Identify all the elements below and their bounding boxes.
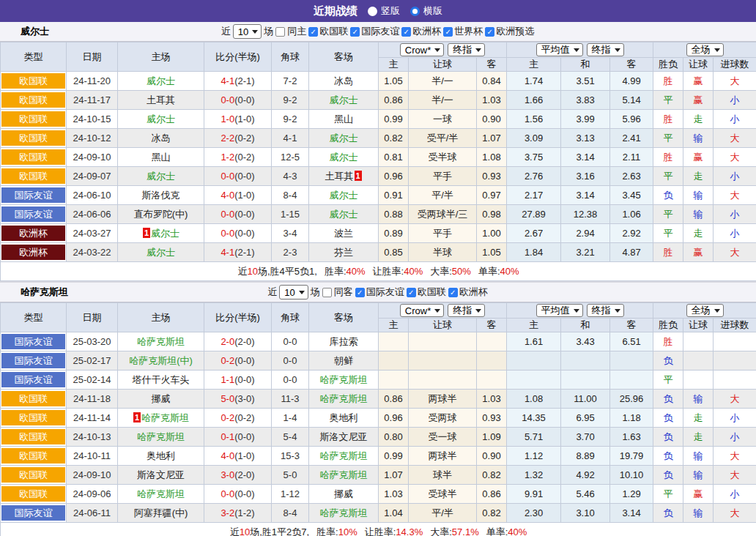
- corners: 4-3: [272, 167, 309, 186]
- result-goals: 大: [714, 129, 756, 148]
- home-team[interactable]: 斯洛伐克: [118, 186, 204, 205]
- average-select[interactable]: 平均值: [536, 43, 583, 56]
- match-row: 欧国联 24-09-07 威尔士 0-0(0-0) 4-3 土耳其1 0.96 …: [1, 167, 756, 186]
- home-team[interactable]: 冰岛: [118, 129, 204, 148]
- home-team[interactable]: 挪威: [118, 390, 204, 409]
- avg-away-odds: [610, 351, 653, 371]
- match-date: 25-02-17: [67, 351, 118, 371]
- match-count-value: 10: [284, 287, 294, 298]
- avg-draw-odds: 12.38: [561, 205, 610, 224]
- league-checkbox[interactable]: [308, 27, 318, 37]
- home-team[interactable]: 1哈萨克斯坦: [118, 409, 204, 428]
- summary-stat-label: 让胜率:: [373, 266, 404, 277]
- crown-away-odds: [477, 351, 507, 371]
- match-count-select[interactable]: 10: [233, 24, 262, 39]
- away-team[interactable]: 波兰: [309, 224, 379, 243]
- home-team[interactable]: 威尔士: [118, 167, 204, 186]
- away-team[interactable]: 芬兰: [309, 243, 379, 262]
- team-label: 奥地利: [330, 412, 358, 423]
- away-team[interactable]: 库拉索: [309, 332, 379, 351]
- match-date: 24-11-18: [67, 390, 118, 409]
- bookmaker-select[interactable]: Crow*: [400, 43, 444, 56]
- crown-home-odds: 0.86: [379, 91, 409, 110]
- home-team[interactable]: 黑山: [118, 148, 204, 167]
- avg-draw-odds: 11.00: [561, 390, 610, 409]
- crown-away-odds: 1.03: [477, 91, 507, 110]
- home-team[interactable]: 直布罗陀(中): [118, 205, 204, 224]
- away-team[interactable]: 威尔士: [309, 186, 379, 205]
- handicap-line: 受两球: [409, 409, 477, 428]
- home-team[interactable]: 1威尔士: [118, 224, 204, 243]
- summary-stat-label: 单率:: [486, 526, 508, 536]
- away-team[interactable]: 哈萨克斯坦: [309, 466, 379, 485]
- euro-stage-select[interactable]: 终指: [587, 43, 624, 56]
- away-team[interactable]: 斯洛文尼亚: [309, 428, 379, 447]
- team-label: 土耳其: [147, 94, 175, 105]
- summary-stat-value: 50%: [452, 266, 471, 277]
- away-team[interactable]: 哈萨克斯坦: [309, 371, 379, 390]
- team-label: 哈萨克斯坦: [137, 336, 185, 347]
- home-team[interactable]: 威尔士: [118, 243, 204, 262]
- league-checkbox[interactable]: [355, 288, 365, 297]
- team-section: 哈萨克斯坦 近 10 场 同客 国际友谊 欧国联 欧洲杯 类型: [0, 281, 756, 536]
- league-checkbox[interactable]: [407, 288, 416, 297]
- home-team[interactable]: 威尔士: [118, 72, 204, 91]
- home-team[interactable]: 哈萨克斯坦: [118, 428, 204, 447]
- result-wdl: 负: [653, 351, 683, 371]
- radio-button[interactable]: [368, 7, 377, 16]
- away-team[interactable]: 挪威: [309, 485, 379, 504]
- euro-stage-select[interactable]: 终指: [587, 304, 624, 317]
- home-team[interactable]: 威尔士: [118, 110, 204, 129]
- scope-select[interactable]: 全场: [686, 43, 724, 56]
- bookmaker-select[interactable]: Crow*: [400, 304, 444, 317]
- crown-away-odds: 0.82: [477, 504, 507, 523]
- away-team[interactable]: 哈萨克斯坦: [309, 504, 379, 523]
- match-score: 4-0(1-0): [204, 447, 272, 466]
- subcol-header: 客: [477, 58, 507, 72]
- match-row: 欧国联 24-11-20 威尔士 4-1(2-1) 7-2 冰岛 1.05 半/…: [1, 72, 756, 91]
- home-team[interactable]: 土耳其: [118, 91, 204, 110]
- subcol-header: 进球数: [714, 319, 756, 332]
- league-checkbox[interactable]: [443, 27, 453, 37]
- home-team[interactable]: 哈萨克斯坦: [118, 332, 204, 351]
- away-team[interactable]: 冰岛: [309, 72, 379, 91]
- away-team[interactable]: 威尔士: [309, 205, 379, 224]
- away-team[interactable]: 奥地利: [309, 409, 379, 428]
- same-venue-checkbox[interactable]: [322, 288, 332, 297]
- away-team[interactable]: 哈萨克斯坦: [309, 447, 379, 466]
- away-team[interactable]: 土耳其1: [309, 167, 379, 186]
- league-filter-group: 欧国联 国际友谊 欧洲杯 世界杯 欧洲预选: [308, 25, 535, 38]
- home-team[interactable]: 阿塞拜疆(中): [118, 504, 204, 523]
- home-team[interactable]: 哈萨克斯坦: [118, 485, 204, 504]
- average-select[interactable]: 平均值: [536, 304, 583, 317]
- avg-away-odds: 3.14: [610, 504, 653, 523]
- league-checkbox[interactable]: [448, 288, 458, 297]
- same-venue-checkbox[interactable]: [275, 27, 285, 37]
- away-team[interactable]: 哈萨克斯坦: [309, 390, 379, 409]
- rank-badge: 1: [133, 412, 141, 423]
- league-checkbox[interactable]: [350, 27, 360, 37]
- radio-button[interactable]: [410, 7, 420, 16]
- odds-stage-select[interactable]: 终指: [448, 43, 485, 56]
- home-team[interactable]: 哈萨克斯坦(中): [118, 351, 204, 371]
- result-wdl: 胜: [653, 148, 683, 167]
- result-wdl: 负: [653, 186, 683, 205]
- league-checkbox[interactable]: [485, 27, 494, 37]
- corners: 11-3: [272, 390, 309, 409]
- odds-stage-select[interactable]: 终指: [448, 304, 485, 317]
- match-count-select[interactable]: 10: [279, 285, 308, 299]
- away-team[interactable]: 威尔士: [309, 91, 379, 110]
- home-team[interactable]: 奥地利: [118, 447, 204, 466]
- match-row: 国际友谊 25-02-17 哈萨克斯坦(中) 0-2(0-0) 0-0 朝鲜 负: [1, 351, 756, 371]
- avg-away-odds: 5.96: [610, 110, 653, 129]
- away-team[interactable]: 朝鲜: [309, 351, 379, 371]
- away-team[interactable]: 威尔士: [309, 148, 379, 167]
- home-team[interactable]: 斯洛文尼亚: [118, 466, 204, 485]
- away-team[interactable]: 威尔士: [309, 129, 379, 148]
- match-row: 国际友谊 24-06-11 阿塞拜疆(中) 3-2(1-2) 8-4 哈萨克斯坦…: [1, 504, 756, 523]
- scope-select[interactable]: 全场: [686, 304, 724, 317]
- league-checkbox[interactable]: [401, 27, 411, 37]
- league-badge: 欧国联: [1, 92, 65, 108]
- away-team[interactable]: 黑山: [309, 110, 379, 129]
- home-team[interactable]: 塔什干火车头: [118, 371, 204, 390]
